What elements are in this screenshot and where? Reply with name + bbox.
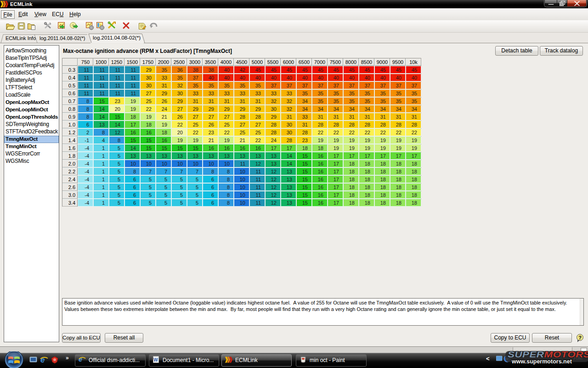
- svg-text:W: W: [153, 357, 158, 362]
